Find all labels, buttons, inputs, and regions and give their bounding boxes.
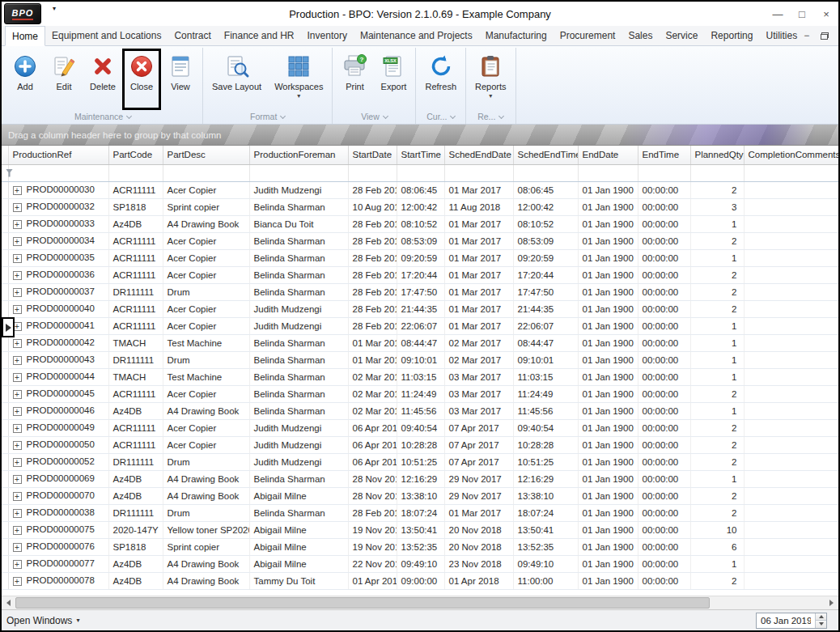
- grid-row[interactable]: PROD00000052DR111111DrumJudith Mudzengi0…: [2, 453, 838, 470]
- cell-partcode[interactable]: DR111111: [108, 453, 163, 470]
- cell-completioncomments[interactable]: [744, 283, 838, 300]
- cell-completioncomments[interactable]: [744, 317, 838, 334]
- cell-productionforeman[interactable]: Belinda Sharman: [249, 385, 348, 402]
- cell-productionref[interactable]: PROD00000043: [8, 351, 108, 368]
- filter-cell-endtime[interactable]: [638, 164, 690, 181]
- export-button[interactable]: XLSXExport: [376, 51, 410, 108]
- cell-schedenddate[interactable]: 29 Nov 2017: [444, 470, 513, 487]
- cell-startdate[interactable]: 28 Feb 2017: [348, 249, 397, 266]
- grid-row[interactable]: PROD00000037DR111111DrumBelinda Sharman2…: [2, 283, 838, 300]
- grid-row[interactable]: PROD00000033Az4DBA4 Drawing BookBianca D…: [2, 215, 838, 232]
- cell-productionforeman[interactable]: Judith Mudzengi: [249, 181, 348, 198]
- cell-plannedqty[interactable]: 1: [690, 215, 744, 232]
- cell-completioncomments[interactable]: [744, 351, 838, 368]
- grid-row[interactable]: PROD00000043DR111111DrumBelinda Sharman0…: [2, 351, 838, 368]
- cell-plannedqty[interactable]: 2: [690, 283, 744, 300]
- cell-productionforeman[interactable]: Judith Mudzengi: [249, 317, 348, 334]
- workspaces-button[interactable]: Workspaces▾: [270, 51, 327, 108]
- cell-enddate[interactable]: 01 Jan 1900: [578, 487, 638, 504]
- cell-endtime[interactable]: 00:00:00: [638, 521, 690, 538]
- cell-endtime[interactable]: 00:00:00: [638, 402, 690, 419]
- cell-partdesc[interactable]: A4 Drawing Book: [163, 215, 249, 232]
- cell-schedenddate[interactable]: 02 Mar 2017: [444, 334, 513, 351]
- cell-partdesc[interactable]: A4 Drawing Book: [163, 555, 249, 572]
- grid-row[interactable]: PROD00000070Az4DBA4 Drawing BookAbigail …: [2, 487, 838, 504]
- cell-partcode[interactable]: Az4DB: [108, 215, 163, 232]
- cell-partcode[interactable]: DR111111: [108, 351, 163, 368]
- cell-schedenddate[interactable]: 07 Apr 2017: [444, 453, 513, 470]
- cell-endtime[interactable]: 00:00:00: [638, 436, 690, 453]
- cell-completioncomments[interactable]: [744, 249, 838, 266]
- cell-productionref[interactable]: PROD00000030: [8, 181, 108, 198]
- column-header-partcode[interactable]: PartCode: [108, 146, 163, 164]
- cell-schedenddate[interactable]: 03 Mar 2017: [444, 385, 513, 402]
- expand-icon[interactable]: [13, 458, 22, 467]
- cell-schedendtime[interactable]: 08:06:45: [513, 181, 578, 198]
- cell-schedendtime[interactable]: 12:00:42: [513, 198, 578, 215]
- cell-completioncomments[interactable]: [744, 402, 838, 419]
- grid-row[interactable]: PROD00000034ACR11111Acer CopierBelinda S…: [2, 232, 838, 249]
- cell-partdesc[interactable]: Sprint copier: [163, 198, 249, 215]
- cell-partcode[interactable]: TMACH: [108, 334, 163, 351]
- cell-completioncomments[interactable]: [744, 555, 838, 572]
- cell-productionforeman[interactable]: Belinda Sharman: [249, 402, 348, 419]
- cell-partcode[interactable]: Az4DB: [108, 572, 163, 589]
- expand-icon[interactable]: [13, 356, 22, 365]
- cell-schedenddate[interactable]: 07 Apr 2017: [444, 436, 513, 453]
- cell-partdesc[interactable]: Test Machine: [163, 334, 249, 351]
- cell-partcode[interactable]: ACR11111: [108, 232, 163, 249]
- column-header-productionref[interactable]: ProductionRef: [8, 146, 108, 164]
- cell-partcode[interactable]: Az4DB: [108, 470, 163, 487]
- cell-starttime[interactable]: 21:44:35: [397, 300, 444, 317]
- cell-schedendtime[interactable]: 11:00:00: [513, 572, 578, 589]
- spin-down-button[interactable]: [816, 621, 826, 628]
- cell-partdesc[interactable]: Acer Copier: [163, 436, 249, 453]
- edit-button[interactable]: Edit: [47, 51, 81, 108]
- cell-startdate[interactable]: 06 Apr 2017: [348, 453, 397, 470]
- cell-productionref[interactable]: PROD00000075: [8, 521, 108, 538]
- cell-endtime[interactable]: 00:00:00: [638, 487, 690, 504]
- refresh-button[interactable]: Refresh: [421, 51, 460, 108]
- cell-schedenddate[interactable]: 03 Mar 2017: [444, 402, 513, 419]
- cell-productionref[interactable]: PROD00000049: [8, 419, 108, 436]
- cell-productionforeman[interactable]: Belinda Sharman: [249, 334, 348, 351]
- cell-schedenddate[interactable]: 01 Mar 2017: [444, 266, 513, 283]
- cell-productionforeman[interactable]: Judith Mudzengi: [249, 436, 348, 453]
- cell-starttime[interactable]: 11:03:15: [397, 368, 444, 385]
- cell-schedendtime[interactable]: 17:20:44: [513, 266, 578, 283]
- filter-cell-completioncomments[interactable]: [744, 164, 838, 181]
- cell-partcode[interactable]: Az4DB: [108, 487, 163, 504]
- cell-plannedqty[interactable]: 1: [690, 334, 744, 351]
- cell-schedendtime[interactable]: 09:49:10: [513, 555, 578, 572]
- group-collapse-icon[interactable]: [383, 112, 388, 118]
- cell-completioncomments[interactable]: [744, 521, 838, 538]
- cell-partcode[interactable]: SP1818: [108, 538, 163, 555]
- tab-maintenance-and-projects[interactable]: Maintenance and Projects: [354, 26, 479, 45]
- mdi-minimize-icon[interactable]: −: [804, 30, 809, 41]
- cell-enddate[interactable]: 01 Jan 1900: [578, 351, 638, 368]
- tab-inventory[interactable]: Inventory: [301, 26, 354, 45]
- tab-equipment-and-locations[interactable]: Equipment and Locations: [45, 26, 168, 45]
- expand-icon[interactable]: [13, 305, 22, 314]
- cell-plannedqty[interactable]: 2: [690, 300, 744, 317]
- cell-enddate[interactable]: 01 Jan 1900: [578, 402, 638, 419]
- cell-schedenddate[interactable]: 23 Nov 2018: [444, 555, 513, 572]
- cell-enddate[interactable]: 01 Jan 1900: [578, 419, 638, 436]
- cell-completioncomments[interactable]: [744, 385, 838, 402]
- tab-contract[interactable]: Contract: [168, 26, 217, 45]
- cell-enddate[interactable]: 01 Jan 1900: [578, 453, 638, 470]
- expand-icon[interactable]: [13, 407, 22, 416]
- cell-productionforeman[interactable]: Abigail Milne: [249, 487, 348, 504]
- scroll-left-button[interactable]: [2, 596, 15, 609]
- cell-productionforeman[interactable]: Belinda Sharman: [249, 266, 348, 283]
- window-maximize-button[interactable]: □: [790, 2, 814, 26]
- cell-schedendtime[interactable]: 13:52:35: [513, 538, 578, 555]
- cell-partcode[interactable]: TMACH: [108, 368, 163, 385]
- cell-enddate[interactable]: 01 Jan 1900: [578, 198, 638, 215]
- cell-starttime[interactable]: 08:44:47: [397, 334, 444, 351]
- cell-productionforeman[interactable]: Belinda Sharman: [249, 249, 348, 266]
- grid-row[interactable]: PROD00000069Az4DBA4 Drawing BookBelinda …: [2, 470, 838, 487]
- cell-endtime[interactable]: 00:00:00: [638, 266, 690, 283]
- cell-enddate[interactable]: 01 Jan 1900: [578, 470, 638, 487]
- expand-icon[interactable]: [13, 543, 22, 552]
